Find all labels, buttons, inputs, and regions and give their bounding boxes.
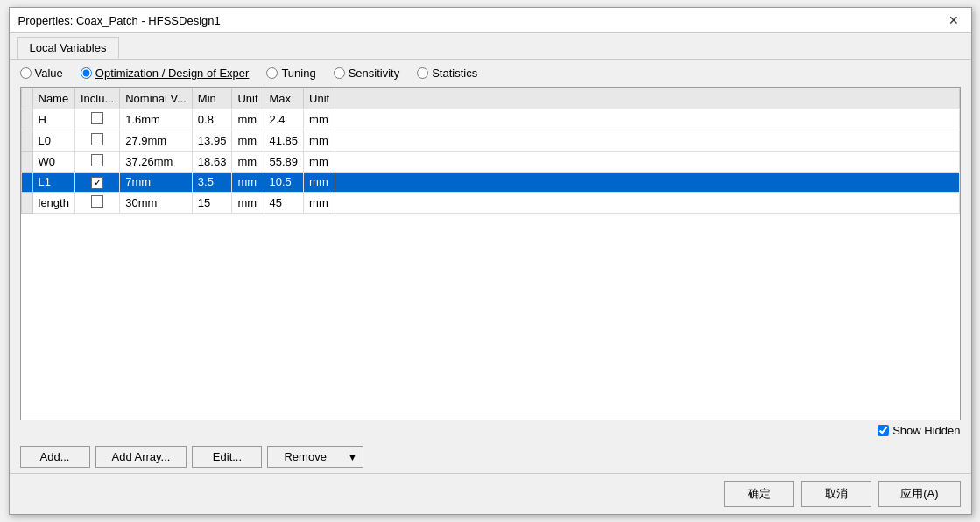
- radio-sensitivity[interactable]: Sensitivity: [334, 67, 400, 80]
- cell-min: 18.63: [192, 152, 232, 173]
- cell-name: W0: [32, 152, 74, 173]
- radio-statistics[interactable]: Statistics: [417, 67, 477, 80]
- show-hidden-checkbox[interactable]: [878, 425, 889, 436]
- cell-nominal: 30mm: [120, 192, 193, 213]
- radio-tuning-input[interactable]: [266, 67, 278, 79]
- radio-statistics-input[interactable]: [417, 67, 428, 79]
- cell-extra: [335, 109, 959, 130]
- show-hidden-text: Show Hidden: [892, 424, 960, 437]
- remove-dropdown-arrow[interactable]: ▼: [342, 446, 363, 468]
- remove-button[interactable]: Remove: [267, 446, 342, 468]
- cell-include[interactable]: [74, 109, 119, 130]
- cell-name: L0: [32, 130, 74, 152]
- title-bar: Properties: Coax_Patch - HFSSDesign1 ✕: [10, 8, 971, 33]
- col-header-rownum: [21, 88, 32, 109]
- show-hidden-row: Show Hidden: [20, 420, 961, 441]
- col-header-extra: [335, 88, 959, 109]
- table-row[interactable]: L1✓7mm3.5mm10.5mm: [21, 173, 959, 193]
- cell-unit-min: mm: [232, 173, 264, 193]
- cell-min: 0.8: [192, 109, 232, 130]
- cell-include[interactable]: ✓: [74, 173, 119, 193]
- radio-value-label: Value: [35, 67, 63, 80]
- add-array-button[interactable]: Add Array...: [95, 446, 187, 468]
- radio-optimization-label: Optimization / Design of Exper: [95, 67, 250, 80]
- row-number: [21, 192, 32, 213]
- dialog-title: Properties: Coax_Patch - HFSSDesign1: [18, 14, 221, 27]
- cancel-button[interactable]: 取消: [801, 481, 871, 507]
- content-area: Name Inclu... Nominal V... Min Unit Max …: [10, 87, 971, 473]
- properties-table: Name Inclu... Nominal V... Min Unit Max …: [21, 88, 960, 214]
- row-number: [21, 152, 32, 173]
- tab-local-variables[interactable]: Local Variables: [17, 37, 120, 59]
- col-header-unit-min: Unit: [232, 88, 264, 109]
- table-row[interactable]: W037.26mm18.63mm55.89mm: [21, 152, 959, 173]
- cell-unit-min: mm: [232, 109, 264, 130]
- cell-max: 10.5: [264, 173, 304, 193]
- close-button[interactable]: ✕: [945, 13, 962, 27]
- radio-optimization[interactable]: Optimization / Design of Exper: [81, 67, 250, 80]
- ok-button[interactable]: 确定: [724, 481, 794, 507]
- cell-include[interactable]: [74, 192, 119, 213]
- row-number: [21, 173, 32, 193]
- cell-name: H: [32, 109, 74, 130]
- dialog-footer: 确定 取消 应用(A): [10, 473, 971, 514]
- col-header-max: Max: [264, 88, 304, 109]
- table-row[interactable]: L027.9mm13.95mm41.85mm: [21, 130, 959, 152]
- col-header-min: Min: [192, 88, 232, 109]
- remove-button-group: Remove ▼: [267, 446, 363, 468]
- properties-dialog: Properties: Coax_Patch - HFSSDesign1 ✕ L…: [9, 7, 972, 515]
- cell-unit-max: mm: [304, 152, 335, 173]
- cell-extra: [335, 173, 959, 193]
- radio-sensitivity-label: Sensitivity: [349, 67, 400, 80]
- cell-include[interactable]: [74, 152, 119, 173]
- cell-name: length: [32, 192, 74, 213]
- include-checkbox[interactable]: ✓: [91, 177, 103, 189]
- cell-extra: [335, 192, 959, 213]
- cell-unit-max: mm: [304, 192, 335, 213]
- add-button[interactable]: Add...: [20, 446, 90, 468]
- radio-optimization-input[interactable]: [81, 67, 92, 79]
- action-buttons: Add... Add Array... Edit... Remove ▼: [20, 446, 363, 468]
- cell-min: 13.95: [192, 130, 232, 152]
- cell-nominal: 1.6mm: [120, 109, 193, 130]
- apply-button[interactable]: 应用(A): [878, 481, 960, 507]
- col-header-unit-max: Unit: [304, 88, 335, 109]
- col-header-name: Name: [32, 88, 74, 109]
- cell-unit-max: mm: [304, 109, 335, 130]
- bottom-buttons-row: Add... Add Array... Edit... Remove ▼: [20, 441, 961, 473]
- cell-unit-min: mm: [232, 192, 264, 213]
- cell-nominal: 37.26mm: [120, 152, 193, 173]
- cell-unit-max: mm: [304, 173, 335, 193]
- include-checkbox[interactable]: [91, 154, 103, 166]
- include-checkbox[interactable]: [91, 133, 103, 145]
- cell-min: 15: [192, 192, 232, 213]
- table-wrapper: Name Inclu... Nominal V... Min Unit Max …: [20, 87, 961, 420]
- table-row[interactable]: length30mm15mm45mm: [21, 192, 959, 213]
- cell-max: 41.85: [264, 130, 304, 152]
- col-header-nominal: Nominal V...: [120, 88, 193, 109]
- col-header-include: Inclu...: [74, 88, 119, 109]
- cell-min: 3.5: [192, 173, 232, 193]
- cell-max: 45: [264, 192, 304, 213]
- cell-unit-max: mm: [304, 130, 335, 152]
- row-number: [21, 130, 32, 152]
- cell-name: L1: [32, 173, 74, 193]
- include-checkbox[interactable]: [91, 112, 103, 124]
- row-number: [21, 109, 32, 130]
- radio-statistics-label: Statistics: [432, 67, 477, 80]
- radio-tuning[interactable]: Tuning: [266, 67, 315, 80]
- cell-max: 55.89: [264, 152, 304, 173]
- cell-unit-min: mm: [232, 152, 264, 173]
- cell-extra: [335, 130, 959, 152]
- radio-sensitivity-input[interactable]: [334, 67, 345, 79]
- radio-options-row: Value Optimization / Design of Exper Tun…: [10, 60, 971, 87]
- show-hidden-label[interactable]: Show Hidden: [878, 424, 960, 437]
- edit-button[interactable]: Edit...: [192, 446, 262, 468]
- include-checkbox[interactable]: [91, 195, 103, 208]
- cell-nominal: 7mm: [120, 173, 193, 193]
- table-row[interactable]: H1.6mm0.8mm2.4mm: [21, 109, 959, 130]
- tabs-bar: Local Variables: [10, 33, 971, 60]
- radio-value[interactable]: Value: [20, 67, 63, 80]
- radio-value-input[interactable]: [20, 67, 32, 79]
- cell-include[interactable]: [74, 130, 119, 152]
